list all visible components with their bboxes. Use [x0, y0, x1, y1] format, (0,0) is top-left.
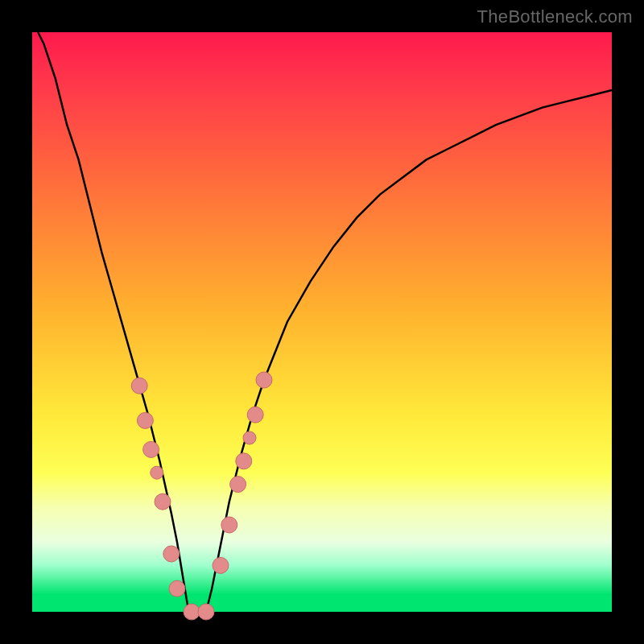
data-marker: [213, 557, 229, 573]
data-marker: [221, 517, 237, 533]
data-marker: [198, 604, 214, 620]
data-marker: [137, 412, 153, 428]
data-marker: [184, 604, 200, 620]
data-marker: [131, 378, 147, 394]
data-marker: [163, 546, 180, 562]
bottleneck-curve: [38, 32, 612, 612]
data-marker: [247, 407, 263, 423]
data-marker: [155, 493, 171, 510]
data-markers-group: [131, 372, 272, 620]
data-marker: [169, 580, 185, 597]
data-marker: [230, 477, 246, 493]
data-marker: [143, 441, 159, 457]
watermark-text: TheBottleneck.com: [477, 6, 633, 27]
data-marker: [243, 431, 256, 444]
data-marker: [256, 372, 272, 388]
plot-svg: [32, 32, 612, 612]
data-marker: [236, 453, 252, 469]
chart-frame: TheBottleneck.com: [0, 0, 644, 644]
data-marker: [151, 466, 163, 479]
